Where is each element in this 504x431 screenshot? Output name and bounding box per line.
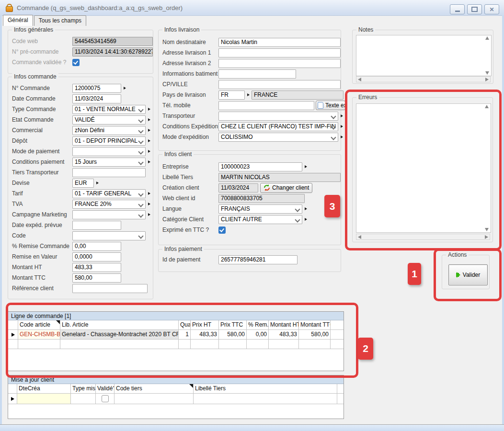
reference-client-input[interactable] xyxy=(72,284,148,293)
conditions-expedition-select[interactable]: CHEZ LE CLIENT (FRANCO) TEST IMP-FIN xyxy=(218,122,338,131)
categorie-client-select[interactable]: CLIENT AUTRE xyxy=(218,215,302,224)
col-libelle-tiers[interactable]: Libellé Tiers xyxy=(194,384,337,394)
maximize-button[interactable] xyxy=(467,4,482,14)
date-commande-input[interactable]: 11/03/2024 xyxy=(72,94,121,103)
notes-textarea[interactable] xyxy=(356,35,492,76)
open-record-arrow[interactable] xyxy=(148,129,150,132)
entreprise-input[interactable]: 100000023 xyxy=(218,162,302,171)
code-web-label: Code web xyxy=(12,38,72,45)
cell-dtecrea xyxy=(17,394,71,404)
erreurs-horizontal-scrollbar[interactable] xyxy=(356,234,490,240)
col-pct-remise[interactable]: % Rem. xyxy=(247,320,269,330)
col-code-article[interactable]: Code article xyxy=(18,320,60,330)
tab-tous-les-champs[interactable]: Tous les champs xyxy=(34,15,86,26)
conditions-expedition-label: Conditions Expédition xyxy=(162,123,218,130)
commande-validee-checkbox[interactable] xyxy=(72,59,80,66)
mise-a-jour-row[interactable] xyxy=(8,394,344,404)
transporteur-select[interactable] xyxy=(218,112,338,121)
open-record-arrow[interactable] xyxy=(305,165,307,168)
pays-code-input[interactable]: FR xyxy=(218,91,245,100)
open-record-arrow[interactable] xyxy=(148,139,150,142)
open-record-arrow[interactable] xyxy=(148,118,150,121)
tva-label: TVA xyxy=(12,201,72,207)
open-record-arrow[interactable] xyxy=(148,160,150,163)
libelle-tiers-label: Libellé Tiers xyxy=(162,174,218,181)
tarif-select[interactable]: 01 - TARIF GENERAL xyxy=(72,189,146,198)
notes-horizontal-scrollbar[interactable] xyxy=(356,76,491,82)
adresse1-input[interactable] xyxy=(218,48,341,57)
open-record-arrow[interactable] xyxy=(124,87,126,90)
open-record-arrow[interactable] xyxy=(305,218,307,221)
open-record-arrow[interactable] xyxy=(247,93,250,96)
num-commande-input[interactable]: 12000075 xyxy=(72,84,121,93)
libelle-tiers-field: MARTIN NICOLAS xyxy=(218,173,341,182)
open-record-arrow[interactable] xyxy=(305,207,307,210)
col-quantite[interactable]: Quant xyxy=(179,320,191,330)
ligne-commande-row[interactable]: GEN-CHSMB-B-20 Genelard - Chassage-Montr… xyxy=(8,330,344,340)
remise-valeur-input[interactable]: 0,0000 xyxy=(72,252,121,261)
cell-type-mise xyxy=(71,394,96,404)
notes-vertical-scrollbar[interactable] xyxy=(483,36,491,75)
mode-expedition-select[interactable]: COLISSIMO xyxy=(218,133,338,142)
minimize-button[interactable] xyxy=(450,4,465,14)
devise-input[interactable]: EUR xyxy=(72,179,94,188)
col-dtecrea[interactable]: DteCréa xyxy=(17,384,71,394)
tel-mobile-input[interactable] xyxy=(218,101,314,110)
etat-commande-select[interactable]: VALIDÉ xyxy=(72,115,146,125)
campagne-marketing-select[interactable] xyxy=(72,210,146,219)
tab-general[interactable]: Général xyxy=(3,15,33,26)
exprime-ttc-checkbox[interactable] xyxy=(218,227,226,234)
open-record-arrow[interactable] xyxy=(148,203,150,205)
close-button[interactable]: ✕ xyxy=(484,4,499,14)
col-lib-article[interactable]: Lib. Article xyxy=(60,320,179,330)
valider-button[interactable]: Valider xyxy=(448,264,488,285)
langue-select[interactable]: FRANÇAIS xyxy=(218,204,302,214)
cell-quantite: 1 xyxy=(179,330,191,340)
batiment-input[interactable] xyxy=(218,69,296,79)
montant-ttc-input[interactable]: 580,00 xyxy=(72,273,121,283)
mise-a-jour-table-title: Mise à jour client xyxy=(8,375,344,384)
cp-ville-input[interactable] xyxy=(218,80,341,89)
montant-ht-input[interactable]: 483,33 xyxy=(72,263,121,272)
entreprise-label: Entreprise xyxy=(162,163,218,170)
open-record-arrow[interactable] xyxy=(148,108,150,111)
code-select[interactable] xyxy=(72,231,146,240)
date-exped-input[interactable] xyxy=(72,221,121,230)
valide-checkbox[interactable] xyxy=(102,395,109,402)
pre-commande-field: 11/03/2024 14:41:30:627892278 xyxy=(72,47,153,57)
commercial-select[interactable]: zNon Défini xyxy=(72,126,146,135)
campagne-marketing-label: Campagne Marketing xyxy=(12,211,72,218)
remise-pct-input[interactable]: 0,00 xyxy=(72,242,121,251)
col-prix-ht[interactable]: Prix HT xyxy=(191,320,219,330)
mode-paiement-select[interactable] xyxy=(72,147,146,156)
pays-nom-field: FRANCE xyxy=(252,91,344,100)
col-montant-ht[interactable]: Montant HT xyxy=(269,320,299,330)
col-montant-ttc[interactable]: Montant TTC xyxy=(299,320,331,330)
tva-select[interactable]: FRANCE 20% xyxy=(72,200,146,209)
adresse2-input[interactable] xyxy=(218,59,341,68)
erreurs-vertical-scrollbar[interactable] xyxy=(483,105,490,231)
col-prix-ttc[interactable]: Prix TTC xyxy=(219,320,247,330)
texte-externe-button[interactable]: Texte exter xyxy=(316,101,345,110)
open-record-arrow[interactable] xyxy=(96,181,99,184)
open-record-arrow[interactable] xyxy=(341,114,343,117)
depot-select[interactable]: 01 - DEPOT PRINCIPAL xyxy=(72,136,146,146)
type-commande-select[interactable]: 01 - VENTE NORMALE xyxy=(72,105,146,114)
changer-client-button[interactable]: Changer client xyxy=(260,183,312,193)
tiers-transporteur-input[interactable] xyxy=(72,168,146,177)
col-code-tiers[interactable]: Code tiers xyxy=(115,384,194,394)
id-paiement-input[interactable]: 26577785946281 xyxy=(218,255,298,264)
ligne-commande-empty-row[interactable] xyxy=(8,340,344,349)
categorie-client-label: Catégorie Client xyxy=(162,216,218,223)
open-record-arrow[interactable] xyxy=(148,213,150,216)
erreurs-textarea[interactable] xyxy=(356,103,491,233)
col-type-mise[interactable]: Type mise xyxy=(71,384,96,394)
open-record-arrow[interactable] xyxy=(148,192,150,195)
nom-destinataire-input[interactable]: Nicolas Martin xyxy=(218,38,341,47)
open-record-arrow[interactable] xyxy=(341,136,343,138)
open-record-arrow[interactable] xyxy=(341,125,343,128)
conditions-paiement-select[interactable]: 15 Jours xyxy=(72,158,146,167)
group-title: Infos paiement xyxy=(162,246,204,252)
open-record-arrow[interactable] xyxy=(148,150,150,153)
col-valide[interactable]: Validé? xyxy=(96,384,115,394)
